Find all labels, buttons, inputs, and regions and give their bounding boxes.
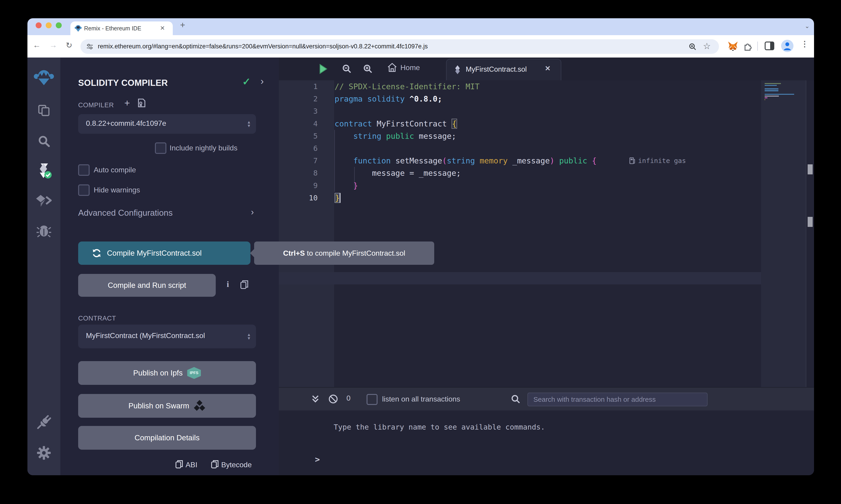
bytecode-label[interactable]: Bytecode bbox=[221, 461, 252, 469]
code-line: // SPDX-License-Identifier: MIT bbox=[334, 80, 480, 93]
hide-warnings-checkbox[interactable] bbox=[78, 184, 90, 196]
profile-avatar[interactable] bbox=[781, 40, 793, 52]
run-script-icon[interactable] bbox=[319, 64, 327, 74]
sidebar-item-deploy-and-run[interactable] bbox=[28, 188, 60, 214]
zoom-out-icon[interactable] bbox=[342, 65, 351, 73]
tab-home-label: Home bbox=[400, 64, 420, 72]
publish-swarm-button[interactable]: Publish on Swarm bbox=[78, 394, 256, 418]
back-icon[interactable]: ← bbox=[33, 41, 41, 50]
browser-tab[interactable]: Remix - Ethereum IDE ✕ bbox=[70, 21, 173, 35]
listen-transactions-label: listen on all transactions bbox=[382, 395, 460, 403]
copy-script-icon[interactable] bbox=[240, 280, 248, 289]
swarm-icon bbox=[194, 400, 206, 412]
info-icon[interactable]: i bbox=[227, 280, 229, 289]
metamask-icon[interactable] bbox=[728, 41, 738, 51]
tab-close-icon[interactable]: ✕ bbox=[160, 25, 165, 32]
line-number: 8 bbox=[279, 167, 317, 179]
sidebar-item-plugin-manager[interactable] bbox=[28, 409, 60, 435]
code-editor[interactable]: 12345678910 // SPDX-License-Identifier: … bbox=[279, 80, 761, 387]
bookmark-star-icon[interactable]: ☆ bbox=[703, 41, 711, 51]
hide-warnings-label: Hide warnings bbox=[94, 186, 140, 194]
auto-compile-checkbox[interactable] bbox=[78, 164, 90, 176]
editor-tab-bar: Home MyFirstContract.sol ✕ bbox=[279, 57, 814, 80]
publish-ipfs-button[interactable]: Publish on Ipfs IPFS bbox=[78, 361, 256, 385]
terminal-toolbar: 0 listen on all transactions bbox=[279, 387, 814, 410]
code-line: } bbox=[334, 192, 341, 204]
copy-abi-icon[interactable] bbox=[175, 460, 183, 468]
browser-menu-icon[interactable]: ⋮ bbox=[801, 39, 809, 48]
tab-title: Remix - Ethereum IDE bbox=[84, 25, 141, 32]
zoom-page-icon[interactable] bbox=[689, 43, 697, 51]
home-icon bbox=[388, 63, 397, 72]
address-bar[interactable]: remix.ethereum.org/#lang=en&optimize=fal… bbox=[81, 39, 719, 54]
zoom-window-button[interactable] bbox=[56, 22, 62, 28]
line-number: 4 bbox=[279, 118, 317, 130]
zoom-in-icon[interactable] bbox=[363, 65, 373, 73]
include-nightly-label: Include nightly builds bbox=[170, 144, 238, 152]
line-number: 1 bbox=[279, 80, 317, 93]
include-nightly-checkbox[interactable] bbox=[155, 142, 166, 154]
tab-myfirstcontract[interactable]: MyFirstContract.sol ✕ bbox=[446, 59, 561, 80]
editor-scrollbar[interactable] bbox=[806, 80, 814, 387]
line-number: 3 bbox=[279, 105, 317, 117]
panel-chevron-icon[interactable]: › bbox=[260, 76, 264, 87]
site-settings-icon[interactable] bbox=[86, 43, 93, 50]
close-window-button[interactable] bbox=[36, 22, 41, 28]
extensions-puzzle-icon[interactable] bbox=[743, 41, 752, 51]
compiler-label: COMPILER bbox=[78, 101, 114, 109]
remix-logo[interactable] bbox=[28, 66, 60, 91]
abi-label[interactable]: ABI bbox=[186, 461, 198, 469]
sidebar-item-debugger[interactable] bbox=[28, 218, 60, 244]
copy-bytecode-icon[interactable] bbox=[211, 460, 219, 468]
tab-close-icon[interactable]: ✕ bbox=[545, 65, 551, 72]
transaction-count: 0 bbox=[346, 394, 350, 402]
collapse-terminal-icon[interactable] bbox=[312, 395, 319, 403]
terminal-message: Type the library name to see available c… bbox=[334, 423, 545, 431]
side-panel-icon[interactable] bbox=[765, 41, 774, 50]
sidebar-item-solidity-compiler[interactable] bbox=[28, 158, 60, 183]
tooltip-text: to compile MyFirstContract.sol bbox=[305, 249, 405, 257]
terminal-search-input[interactable] bbox=[528, 393, 707, 406]
active-line-highlight bbox=[279, 272, 761, 284]
advanced-chevron-icon[interactable]: › bbox=[251, 207, 254, 217]
code-line: message = _message; bbox=[334, 167, 461, 179]
tooltip-shortcut: Ctrl+S bbox=[283, 249, 305, 257]
editor-area: Home MyFirstContract.sol ✕ 12345678910 /… bbox=[279, 57, 814, 387]
minimize-window-button[interactable] bbox=[46, 22, 52, 28]
panel-title: SOLIDITY COMPILER bbox=[78, 78, 168, 88]
code-line: pragma solidity ^0.8.0; bbox=[334, 93, 442, 105]
clear-console-icon[interactable] bbox=[328, 394, 338, 404]
screenshot-stage: Remix - Ethereum IDE ✕ + ⌄ ← → ↻ remix.e… bbox=[0, 0, 841, 504]
contract-select[interactable]: MyFirstContract (MyFirstContract.sol ▲▼ bbox=[78, 325, 256, 348]
compile-and-run-button[interactable]: Compile and Run script bbox=[78, 274, 216, 297]
reload-icon[interactable]: ↻ bbox=[66, 41, 72, 50]
compile-button[interactable]: Compile MyFirstContract.sol bbox=[78, 241, 251, 265]
listen-transactions-checkbox[interactable] bbox=[366, 394, 378, 405]
contract-select-value: MyFirstContract (MyFirstContract.sol bbox=[86, 331, 244, 340]
auto-compile-label: Auto compile bbox=[94, 166, 136, 174]
sidebar-item-file-explorer[interactable] bbox=[28, 98, 60, 123]
compile-and-run-label: Compile and Run script bbox=[108, 281, 186, 290]
scrollbar-thumb[interactable] bbox=[808, 164, 813, 174]
remix-app: SOLIDITY COMPILER ✓ › COMPILER + 0.8.22+… bbox=[28, 57, 814, 475]
sidebar-item-search[interactable] bbox=[28, 129, 60, 154]
compiler-version-select[interactable]: 0.8.22+commit.4fc1097e ▲▼ bbox=[78, 114, 256, 134]
advanced-configurations-toggle[interactable]: Advanced Configurations bbox=[78, 208, 173, 218]
compiler-version-value: 0.8.22+commit.4fc1097e bbox=[86, 119, 166, 128]
browser-window: Remix - Ethereum IDE ✕ + ⌄ ← → ↻ remix.e… bbox=[28, 18, 814, 475]
compilation-details-button[interactable]: Compilation Details bbox=[78, 426, 256, 450]
new-tab-button[interactable]: + bbox=[180, 20, 185, 30]
sidebar-item-settings[interactable] bbox=[28, 440, 60, 466]
tab-home[interactable]: Home bbox=[388, 63, 420, 72]
minimap[interactable] bbox=[761, 80, 806, 387]
scrollbar-thumb[interactable] bbox=[808, 217, 813, 227]
tab-myfirstcontract-label: MyFirstContract.sol bbox=[466, 65, 527, 73]
add-compiler-icon[interactable]: + bbox=[124, 98, 130, 109]
license-file-icon[interactable] bbox=[138, 98, 145, 107]
solidity-file-icon bbox=[454, 65, 461, 74]
tab-search-icon[interactable]: ⌄ bbox=[802, 21, 813, 32]
forward-icon[interactable]: → bbox=[49, 41, 57, 50]
select-arrows-icon: ▲▼ bbox=[247, 120, 251, 128]
line-number: 5 bbox=[279, 130, 317, 142]
compile-success-check-icon: ✓ bbox=[242, 76, 251, 87]
